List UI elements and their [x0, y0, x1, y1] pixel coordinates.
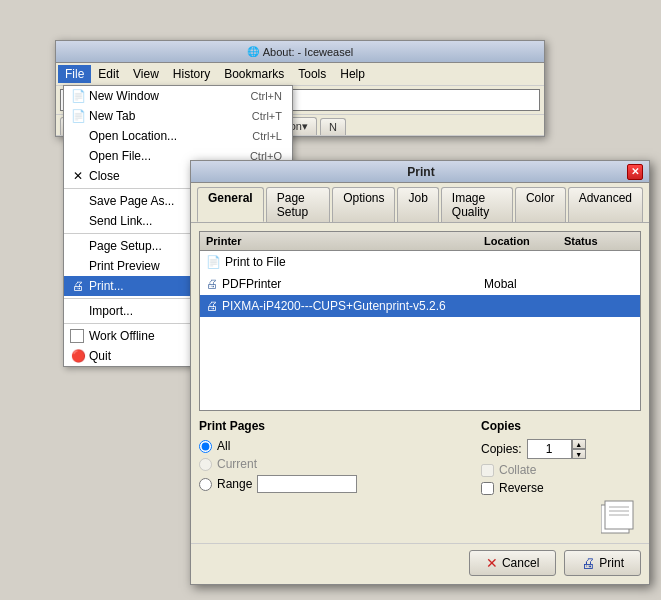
menu-edit[interactable]: Edit	[91, 65, 126, 83]
menu-history[interactable]: History	[166, 65, 217, 83]
collate-label: Collate	[499, 463, 536, 477]
header-printer: Printer	[206, 235, 484, 247]
dialog-buttons: ✕ Cancel 🖨 Print	[191, 543, 649, 584]
printer-row-pixma[interactable]: 🖨 PIXMA-iP4200---CUPS+Gutenprint-v5.2.6	[200, 295, 640, 317]
quit-icon: 🔴	[70, 348, 86, 364]
print-button[interactable]: 🖨 Print	[564, 550, 641, 576]
page-setup-label: Page Setup...	[89, 239, 162, 253]
cancel-button[interactable]: ✕ Cancel	[469, 550, 556, 576]
new-window-label: New Window	[89, 89, 159, 103]
range-input[interactable]	[257, 475, 357, 493]
print-preview-label: Print Preview	[89, 259, 160, 273]
print-dialog: Print ✕ General Page Setup Options Job I…	[190, 160, 650, 585]
work-offline-checkbox[interactable]	[70, 329, 84, 343]
new-tab-label: New Tab	[89, 109, 135, 123]
print-preview-icon	[70, 258, 86, 274]
tab-image-quality[interactable]: Image Quality	[441, 187, 513, 222]
browser-title: About: - Iceweasel	[263, 46, 354, 58]
tab-job[interactable]: Job	[397, 187, 438, 222]
menu-new-window[interactable]: 📄 New Window Ctrl+N	[64, 86, 292, 106]
quit-label: Quit	[89, 349, 111, 363]
menu-open-location[interactable]: Open Location... Ctrl+L	[64, 126, 292, 146]
menu-tools[interactable]: Tools	[291, 65, 333, 83]
work-offline-label: Work Offline	[89, 329, 155, 343]
header-status: Status	[564, 235, 634, 247]
copies-input[interactable]	[527, 439, 572, 459]
copies-input-wrap: ▲ ▼	[527, 439, 586, 459]
file-icon: 📄	[206, 255, 221, 269]
copies-section: Copies Copies: ▲ ▼ Collate	[481, 419, 641, 535]
open-file-icon	[70, 148, 86, 164]
printer-row-pdf[interactable]: 🖨 PDFPrinter Mobal	[200, 273, 640, 295]
radio-range-label: Range	[217, 477, 252, 491]
send-link-icon	[70, 213, 86, 229]
radio-current[interactable]	[199, 458, 212, 471]
print-icon: 🖨	[70, 278, 86, 294]
menu-bookmarks[interactable]: Bookmarks	[217, 65, 291, 83]
radio-current-row: Current	[199, 457, 471, 471]
print-sections: Print Pages All Current Range Copies	[199, 419, 641, 535]
close-label: Close	[89, 169, 120, 183]
tab-general[interactable]: General	[197, 187, 264, 222]
radio-current-label: Current	[217, 457, 257, 471]
new-tab-shortcut: Ctrl+T	[252, 110, 282, 122]
page-setup-icon	[70, 238, 86, 254]
copies-row: Copies: ▲ ▼	[481, 439, 641, 459]
spin-buttons: ▲ ▼	[572, 439, 586, 459]
print-label: Print...	[89, 279, 124, 293]
copies-title: Copies	[481, 419, 641, 433]
tab-n[interactable]: N	[320, 118, 346, 135]
pdf-icon: 🖨	[206, 277, 218, 291]
collate-checkbox[interactable]	[481, 464, 494, 477]
dialog-tabs: General Page Setup Options Job Image Qua…	[191, 183, 649, 222]
tab-advanced[interactable]: Advanced	[568, 187, 643, 222]
dialog-title: Print	[215, 165, 627, 179]
menu-help[interactable]: Help	[333, 65, 372, 83]
save-page-label: Save Page As...	[89, 194, 174, 208]
radio-all[interactable]	[199, 440, 212, 453]
printer-row-file[interactable]: 📄 Print to File	[200, 251, 640, 273]
tab-color[interactable]: Color	[515, 187, 566, 222]
printer-name-pixma: 🖨 PIXMA-iP4200---CUPS+Gutenprint-v5.2.6	[206, 299, 484, 313]
import-icon	[70, 303, 86, 319]
spin-up-button[interactable]: ▲	[572, 439, 586, 449]
browser-titlebar: 🌐 About: - Iceweasel	[56, 41, 544, 63]
printer-list[interactable]: Printer Location Status 📄 Print to File …	[199, 231, 641, 411]
radio-range-row: Range	[199, 475, 471, 493]
new-window-icon: 📄	[70, 88, 86, 104]
save-page-icon	[70, 193, 86, 209]
copies-icon-area	[481, 499, 641, 535]
pixma-icon: 🖨	[206, 299, 218, 313]
send-link-label: Send Link...	[89, 214, 152, 228]
dialog-titlebar: Print ✕	[191, 161, 649, 183]
printer-name-file: 📄 Print to File	[206, 255, 484, 269]
new-tab-icon: 📄	[70, 108, 86, 124]
menu-file[interactable]: File	[58, 65, 91, 83]
dialog-close-button[interactable]: ✕	[627, 164, 643, 180]
print-pages-section: Print Pages All Current Range	[199, 419, 471, 535]
menu-view[interactable]: View	[126, 65, 166, 83]
header-location: Location	[484, 235, 564, 247]
open-location-shortcut: Ctrl+L	[252, 130, 282, 142]
menu-new-tab[interactable]: 📄 New Tab Ctrl+T	[64, 106, 292, 126]
print-btn-icon: 🖨	[581, 555, 595, 571]
open-location-label: Open Location...	[89, 129, 177, 143]
reverse-label: Reverse	[499, 481, 544, 495]
reverse-checkbox[interactable]	[481, 482, 494, 495]
open-location-icon	[70, 128, 86, 144]
spin-down-button[interactable]: ▼	[572, 449, 586, 459]
print-pages-title: Print Pages	[199, 419, 471, 433]
dialog-content: Printer Location Status 📄 Print to File …	[191, 222, 649, 543]
close-icon: ✕	[70, 168, 86, 184]
copies-pages-icon	[601, 499, 641, 535]
radio-range[interactable]	[199, 478, 212, 491]
collate-row: Collate	[481, 463, 641, 477]
tab-options[interactable]: Options	[332, 187, 395, 222]
cancel-label: Cancel	[502, 556, 539, 570]
reverse-row: Reverse	[481, 481, 641, 495]
copies-label: Copies:	[481, 442, 522, 456]
print-btn-label: Print	[599, 556, 624, 570]
tab-page-setup[interactable]: Page Setup	[266, 187, 330, 222]
browser-icon: 🌐	[247, 46, 259, 57]
printer-location-pdf: Mobal	[484, 277, 564, 291]
